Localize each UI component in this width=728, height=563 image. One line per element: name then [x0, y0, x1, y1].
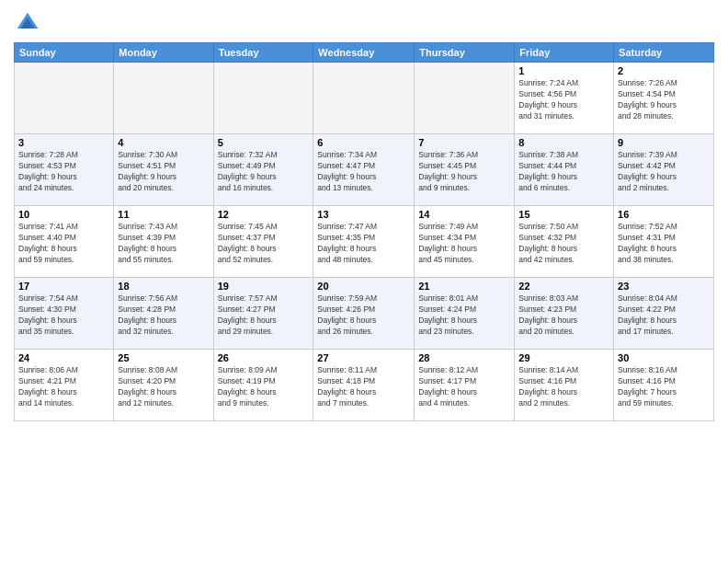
calendar-cell: 10Sunrise: 7:41 AMSunset: 4:40 PMDayligh… — [15, 206, 114, 278]
calendar-cell: 8Sunrise: 7:38 AMSunset: 4:44 PMDaylight… — [515, 134, 614, 206]
day-info: Sunrise: 8:08 AMSunset: 4:20 PMDaylight:… — [118, 365, 209, 409]
day-info: Sunrise: 7:43 AMSunset: 4:39 PMDaylight:… — [118, 222, 209, 266]
day-header-thursday: Thursday — [415, 43, 515, 63]
calendar-header-row: SundayMondayTuesdayWednesdayThursdayFrid… — [15, 43, 714, 63]
calendar-week-row: 1Sunrise: 7:24 AMSunset: 4:56 PMDaylight… — [15, 63, 714, 134]
day-number: 30 — [618, 352, 710, 363]
calendar-cell: 1Sunrise: 7:24 AMSunset: 4:56 PMDaylight… — [515, 63, 614, 134]
day-number: 1 — [518, 65, 609, 76]
day-number: 25 — [118, 352, 209, 363]
day-number: 28 — [418, 352, 510, 363]
calendar-week-row: 17Sunrise: 7:54 AMSunset: 4:30 PMDayligh… — [15, 278, 714, 350]
calendar-cell: 2Sunrise: 7:26 AMSunset: 4:54 PMDaylight… — [614, 63, 714, 134]
day-info: Sunrise: 7:47 AMSunset: 4:35 PMDaylight:… — [317, 222, 410, 266]
calendar-page: SundayMondayTuesdayWednesdayThursdayFrid… — [0, 0, 728, 563]
day-number: 14 — [418, 209, 510, 220]
day-number: 17 — [18, 281, 109, 292]
day-number: 5 — [218, 137, 310, 148]
calendar-cell: 26Sunrise: 8:09 AMSunset: 4:19 PMDayligh… — [213, 350, 313, 421]
day-info: Sunrise: 8:11 AMSunset: 4:18 PMDaylight:… — [317, 365, 410, 409]
day-number: 18 — [118, 281, 209, 292]
day-number: 10 — [18, 209, 109, 220]
day-info: Sunrise: 7:32 AMSunset: 4:49 PMDaylight:… — [218, 150, 310, 194]
calendar-cell: 28Sunrise: 8:12 AMSunset: 4:17 PMDayligh… — [415, 350, 515, 421]
calendar-cell: 20Sunrise: 7:59 AMSunset: 4:26 PMDayligh… — [313, 278, 415, 350]
day-info: Sunrise: 7:49 AMSunset: 4:34 PMDaylight:… — [418, 222, 510, 266]
calendar-cell: 30Sunrise: 8:16 AMSunset: 4:16 PMDayligh… — [614, 350, 714, 421]
calendar-cell: 25Sunrise: 8:08 AMSunset: 4:20 PMDayligh… — [114, 350, 213, 421]
day-number: 27 — [317, 352, 410, 363]
calendar-cell: 12Sunrise: 7:45 AMSunset: 4:37 PMDayligh… — [213, 206, 313, 278]
calendar-table: SundayMondayTuesdayWednesdayThursdayFrid… — [14, 42, 714, 421]
day-info: Sunrise: 7:41 AMSunset: 4:40 PMDaylight:… — [18, 222, 109, 266]
calendar-cell: 29Sunrise: 8:14 AMSunset: 4:16 PMDayligh… — [515, 350, 614, 421]
day-info: Sunrise: 7:59 AMSunset: 4:26 PMDaylight:… — [317, 293, 410, 338]
calendar-cell: 9Sunrise: 7:39 AMSunset: 4:42 PMDaylight… — [614, 134, 714, 206]
calendar-week-row: 10Sunrise: 7:41 AMSunset: 4:40 PMDayligh… — [15, 206, 714, 278]
day-number: 22 — [518, 281, 609, 292]
day-info: Sunrise: 8:12 AMSunset: 4:17 PMDaylight:… — [418, 365, 510, 409]
day-info: Sunrise: 7:45 AMSunset: 4:37 PMDaylight:… — [218, 222, 310, 266]
day-number: 3 — [18, 137, 109, 148]
day-info: Sunrise: 7:57 AMSunset: 4:27 PMDaylight:… — [218, 293, 310, 338]
day-number: 21 — [418, 281, 510, 292]
day-number: 26 — [218, 352, 310, 363]
day-number: 13 — [317, 209, 410, 220]
day-info: Sunrise: 8:09 AMSunset: 4:19 PMDaylight:… — [218, 365, 310, 409]
calendar-cell: 3Sunrise: 7:28 AMSunset: 4:53 PMDaylight… — [15, 134, 114, 206]
day-info: Sunrise: 7:38 AMSunset: 4:44 PMDaylight:… — [518, 150, 609, 194]
day-info: Sunrise: 8:06 AMSunset: 4:21 PMDaylight:… — [18, 365, 109, 409]
day-info: Sunrise: 7:24 AMSunset: 4:56 PMDaylight:… — [518, 78, 609, 122]
day-info: Sunrise: 8:14 AMSunset: 4:16 PMDaylight:… — [518, 365, 609, 409]
day-number: 15 — [518, 209, 609, 220]
calendar-cell: 23Sunrise: 8:04 AMSunset: 4:22 PMDayligh… — [614, 278, 714, 350]
calendar-cell — [114, 63, 213, 134]
day-number: 9 — [618, 137, 710, 148]
calendar-week-row: 3Sunrise: 7:28 AMSunset: 4:53 PMDaylight… — [15, 134, 714, 206]
calendar-cell: 17Sunrise: 7:54 AMSunset: 4:30 PMDayligh… — [15, 278, 114, 350]
day-number: 19 — [218, 281, 310, 292]
calendar-cell: 6Sunrise: 7:34 AMSunset: 4:47 PMDaylight… — [313, 134, 415, 206]
calendar-cell: 4Sunrise: 7:30 AMSunset: 4:51 PMDaylight… — [114, 134, 213, 206]
calendar-cell: 21Sunrise: 8:01 AMSunset: 4:24 PMDayligh… — [415, 278, 515, 350]
page-header — [14, 9, 714, 37]
day-header-saturday: Saturday — [614, 43, 714, 63]
day-info: Sunrise: 7:50 AMSunset: 4:32 PMDaylight:… — [518, 222, 609, 266]
day-info: Sunrise: 8:01 AMSunset: 4:24 PMDaylight:… — [418, 293, 510, 338]
day-number: 12 — [218, 209, 310, 220]
calendar-cell — [313, 63, 415, 134]
day-number: 24 — [18, 352, 109, 363]
day-info: Sunrise: 7:36 AMSunset: 4:45 PMDaylight:… — [418, 150, 510, 194]
day-number: 29 — [518, 352, 609, 363]
day-number: 7 — [418, 137, 510, 148]
calendar-cell: 24Sunrise: 8:06 AMSunset: 4:21 PMDayligh… — [15, 350, 114, 421]
calendar-cell: 5Sunrise: 7:32 AMSunset: 4:49 PMDaylight… — [213, 134, 313, 206]
day-number: 6 — [317, 137, 410, 148]
day-number: 16 — [618, 209, 710, 220]
calendar-cell: 16Sunrise: 7:52 AMSunset: 4:31 PMDayligh… — [614, 206, 714, 278]
day-info: Sunrise: 7:26 AMSunset: 4:54 PMDaylight:… — [618, 78, 710, 122]
day-header-sunday: Sunday — [15, 43, 114, 63]
day-info: Sunrise: 7:54 AMSunset: 4:30 PMDaylight:… — [18, 293, 109, 338]
calendar-cell: 14Sunrise: 7:49 AMSunset: 4:34 PMDayligh… — [415, 206, 515, 278]
day-number: 11 — [118, 209, 209, 220]
day-info: Sunrise: 7:52 AMSunset: 4:31 PMDaylight:… — [618, 222, 710, 266]
calendar-cell: 11Sunrise: 7:43 AMSunset: 4:39 PMDayligh… — [114, 206, 213, 278]
calendar-cell: 13Sunrise: 7:47 AMSunset: 4:35 PMDayligh… — [313, 206, 415, 278]
day-number: 4 — [118, 137, 209, 148]
calendar-cell: 22Sunrise: 8:03 AMSunset: 4:23 PMDayligh… — [515, 278, 614, 350]
day-info: Sunrise: 8:04 AMSunset: 4:22 PMDaylight:… — [618, 293, 710, 338]
calendar-cell: 7Sunrise: 7:36 AMSunset: 4:45 PMDaylight… — [415, 134, 515, 206]
day-info: Sunrise: 7:30 AMSunset: 4:51 PMDaylight:… — [118, 150, 209, 194]
day-number: 2 — [618, 65, 710, 76]
day-info: Sunrise: 8:03 AMSunset: 4:23 PMDaylight:… — [518, 293, 609, 338]
day-info: Sunrise: 7:56 AMSunset: 4:28 PMDaylight:… — [118, 293, 209, 338]
calendar-cell: 27Sunrise: 8:11 AMSunset: 4:18 PMDayligh… — [313, 350, 415, 421]
calendar-cell: 19Sunrise: 7:57 AMSunset: 4:27 PMDayligh… — [213, 278, 313, 350]
day-number: 23 — [618, 281, 710, 292]
day-header-monday: Monday — [114, 43, 213, 63]
day-header-tuesday: Tuesday — [213, 43, 313, 63]
calendar-week-row: 24Sunrise: 8:06 AMSunset: 4:21 PMDayligh… — [15, 350, 714, 421]
day-info: Sunrise: 7:28 AMSunset: 4:53 PMDaylight:… — [18, 150, 109, 194]
calendar-cell: 15Sunrise: 7:50 AMSunset: 4:32 PMDayligh… — [515, 206, 614, 278]
